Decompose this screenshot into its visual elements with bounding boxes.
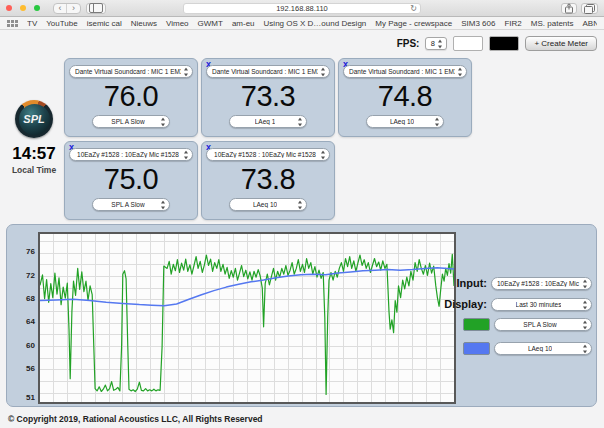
meter-input-value: Dante Virtual Soundcard : MIC 1 EMX7150	[212, 68, 318, 75]
y-axis-tick: 56	[9, 364, 35, 373]
series2-value: LAeq 10	[528, 345, 552, 352]
stepper-icon	[583, 279, 588, 288]
bookmark-item[interactable]: MS. patents	[531, 19, 574, 28]
window-close-button[interactable]	[6, 5, 12, 11]
create-meter-button[interactable]: + Create Meter	[525, 36, 597, 51]
stepper-icon	[161, 200, 166, 209]
black-color-swatch[interactable]	[489, 36, 519, 51]
favorites-grid-icon[interactable]	[7, 20, 18, 27]
meter-mode-value: SPL A Slow	[111, 118, 144, 125]
fps-value: 8	[431, 39, 435, 48]
stepper-icon	[583, 320, 588, 329]
spl-logo-text: SPL	[23, 113, 44, 125]
tab-overview-button[interactable]	[581, 3, 598, 14]
bookmark-item[interactable]: Nieuws	[131, 19, 157, 28]
bookmark-item[interactable]: SIM3 606	[461, 19, 495, 28]
window-zoom-button[interactable]	[34, 5, 40, 11]
stepper-icon	[583, 300, 588, 309]
url-text: 192.168.88.110	[276, 4, 328, 13]
y-axis-tick: 64	[9, 317, 35, 326]
stepper-icon	[321, 67, 326, 76]
fps-controls: FPS: 8 + Create Meter	[397, 36, 597, 51]
meter-input-value: Dante Virtual Soundcard : MIC 1 EMX7150	[75, 68, 181, 75]
meter-input-select[interactable]: 10EaZy #1528 : 10EaZy Mic #1528	[206, 148, 330, 161]
forward-button[interactable]: ›	[67, 4, 80, 13]
stepper-icon	[161, 117, 166, 126]
spl-logo-inner: SPL	[19, 104, 50, 135]
series1-select[interactable]: SPL A Slow	[494, 318, 592, 331]
bookmark-item[interactable]: YouTube	[46, 19, 77, 28]
meter-reading: 74.8	[339, 78, 471, 114]
meter-card: x 10EaZy #1528 : 10EaZy Mic #1528 75.0 S…	[64, 141, 198, 220]
meter-mode-select[interactable]: SPL A Slow	[92, 198, 170, 211]
graph-input-value: 10EaZy #1528 : 10EaZy Mic #1528	[497, 280, 580, 287]
tabs-icon	[584, 4, 595, 14]
stepper-icon	[435, 117, 440, 126]
nav-buttons: ‹ ›	[53, 3, 81, 14]
local-time-value: 14:57	[10, 144, 58, 164]
bookmark-item[interactable]: Using OS X D…ound Design	[264, 19, 367, 28]
meter-mode-select[interactable]: LAeq 10	[366, 115, 444, 128]
graph-display-label: Display:	[417, 298, 487, 310]
bookmarks-list: TVYouTubeisemic calNieuwsVimeoGWMTam-euU…	[27, 19, 597, 28]
series2-swatch	[463, 342, 490, 355]
back-button[interactable]: ‹	[54, 4, 67, 13]
meter-mode-select[interactable]: LAeq 1	[229, 115, 307, 128]
meter-input-select[interactable]: Dante Virtual Soundcard : MIC 1 EMX7150	[343, 65, 467, 78]
series1-swatch	[463, 318, 490, 331]
stepper-icon	[298, 117, 303, 126]
bookmark-item[interactable]: My Page - crewspace	[375, 19, 452, 28]
y-axis-tick: 60	[9, 341, 35, 350]
meter-mode-value: SPL A Slow	[111, 201, 144, 208]
meter-input-value: Dante Virtual Soundcard : MIC 1 EMX7150	[349, 68, 455, 75]
meter-mode-select[interactable]: SPL A Slow	[92, 115, 170, 128]
meter-card: x 10EaZy #1528 : 10EaZy Mic #1528 73.8 L…	[201, 141, 335, 220]
meter-input-select[interactable]: Dante Virtual Soundcard : MIC 1 EMX7150	[206, 65, 330, 78]
bookmark-item[interactable]: am-eu	[232, 19, 255, 28]
meter-mode-value: LAeq 10	[390, 118, 414, 125]
graph-input-select[interactable]: 10EaZy #1528 : 10EaZy Mic #1528	[491, 277, 592, 290]
white-color-swatch[interactable]	[453, 36, 483, 51]
window-minimize-button[interactable]	[20, 5, 26, 11]
reload-icon[interactable]: ↻	[410, 4, 417, 14]
series2-select[interactable]: LAeq 10	[494, 342, 592, 355]
bookmark-item[interactable]: Vimeo	[166, 19, 189, 28]
share-icon	[564, 3, 574, 14]
meter-mode-value: LAeq 1	[255, 118, 276, 125]
bookmark-item[interactable]: GWMT	[198, 19, 223, 28]
copyright-text: © Copyright 2019, Rational Acoustics LLC…	[8, 414, 263, 424]
stepper-icon	[438, 39, 443, 48]
bookmark-item[interactable]: TV	[27, 19, 37, 28]
stepper-icon	[458, 67, 463, 76]
graph-display-select[interactable]: Last 30 minutes	[491, 298, 592, 311]
stepper-icon	[583, 344, 588, 353]
bookmark-item[interactable]: isemic cal	[87, 19, 122, 28]
stepper-icon	[298, 200, 303, 209]
bookmarks-bar: TVYouTubeisemic calNieuwsVimeoGWMTam-euU…	[0, 17, 604, 30]
meter-card: x Dante Virtual Soundcard : MIC 1 EMX715…	[201, 58, 335, 137]
y-axis-tick: 72	[9, 271, 35, 280]
y-axis-tick: 68	[9, 294, 35, 303]
stepper-icon	[184, 67, 189, 76]
meter-input-value: 10EaZy #1528 : 10EaZy Mic #1528	[214, 151, 316, 158]
address-bar[interactable]: 192.168.88.110 ↻	[183, 3, 421, 14]
meter-input-select[interactable]: 10EaZy #1528 : 10EaZy Mic #1528	[69, 148, 193, 161]
stepper-icon	[184, 150, 189, 159]
meter-mode-value: LAeq 10	[253, 201, 277, 208]
clock-widget: SPL 14:57 Local Time	[10, 100, 58, 175]
sidebar-button[interactable]	[86, 3, 106, 14]
browser-toolbar: ‹ › 192.168.88.110 ↻	[0, 0, 604, 17]
meter-mode-select[interactable]: LAeq 10	[229, 198, 307, 211]
meter-reading: 75.0	[65, 161, 197, 197]
bookmark-item[interactable]: FIR2	[504, 19, 521, 28]
y-axis-tick: 51	[9, 393, 35, 402]
stepper-icon	[321, 150, 326, 159]
share-button[interactable]	[561, 3, 577, 14]
fps-select[interactable]: 8	[425, 37, 447, 50]
spl-logo-icon: SPL	[15, 100, 53, 138]
meter-input-select[interactable]: Dante Virtual Soundcard : MIC 1 EMX7150	[69, 65, 193, 78]
graph-input-label: Input:	[417, 277, 487, 289]
meter-card: x Dante Virtual Soundcard : MIC 1 EMX715…	[338, 58, 472, 137]
bookmark-item[interactable]: ABN-AMRO	[583, 19, 598, 28]
meter-reading: 73.8	[202, 161, 334, 197]
